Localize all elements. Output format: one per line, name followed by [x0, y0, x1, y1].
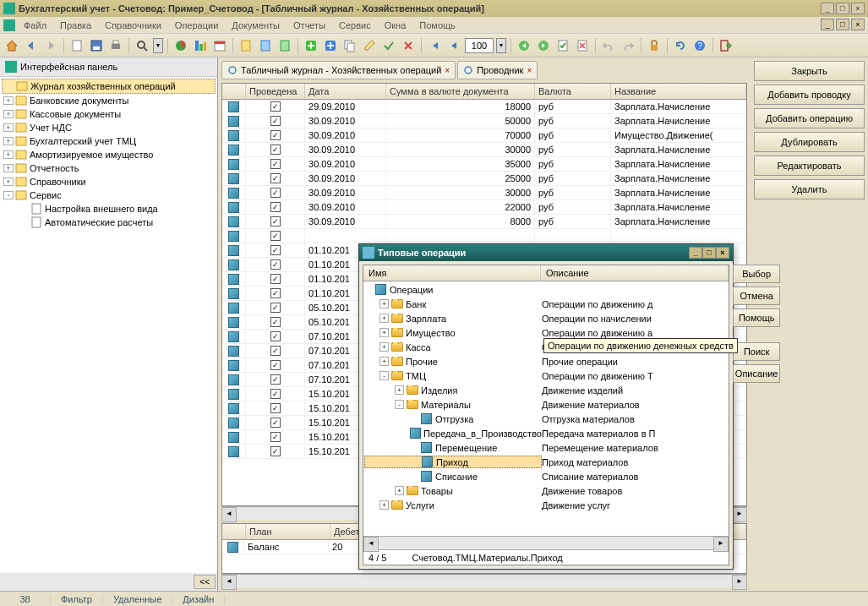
checkbox[interactable]: ✓ [270, 231, 281, 241]
doc-green-icon[interactable] [276, 37, 293, 54]
chart-icon[interactable] [172, 37, 189, 54]
dialog-tree-row[interactable]: -МатериалыДвижение материалов [364, 397, 728, 412]
page-input[interactable] [465, 38, 494, 53]
checkbox[interactable]: ✓ [270, 374, 281, 385]
table-row[interactable]: ✓29.09.201018000рубЗарплата.Начисление [222, 100, 746, 114]
checkbox[interactable]: ✓ [270, 188, 281, 198]
document-tab[interactable]: Проводник× [457, 61, 538, 79]
dialog-minimize-button[interactable]: _ [689, 247, 702, 259]
action-button[interactable]: Редактировать [754, 156, 865, 176]
action-button[interactable]: Удалить [754, 179, 865, 199]
checkbox[interactable]: ✓ [270, 331, 281, 341]
pivot-icon[interactable] [192, 37, 209, 54]
tree-expand-icon[interactable]: + [3, 110, 14, 118]
dialog-tree-row[interactable]: ПеремещениеПеремещение материалов [364, 440, 728, 455]
checkbox[interactable]: ✓ [270, 346, 281, 356]
checkbox[interactable]: ✓ [270, 145, 281, 155]
checkbox[interactable]: ✓ [270, 446, 281, 456]
search-icon[interactable] [134, 37, 150, 54]
doc-blue-icon[interactable] [257, 37, 274, 54]
column-header[interactable]: Дата [305, 84, 386, 99]
checkbox[interactable]: ✓ [270, 418, 281, 428]
new-icon[interactable] [68, 37, 85, 54]
action-button[interactable]: Закрыть [754, 61, 865, 81]
dialog-tree-row[interactable]: Передача_в_ПроизводствоПередача материал… [364, 426, 728, 440]
menu-сервис[interactable]: Сервис [332, 19, 378, 32]
dialog-tree-row[interactable]: +ПрочиеПрочие операции [364, 354, 728, 369]
checkbox[interactable]: ✓ [270, 403, 281, 413]
dialog-tree-row[interactable]: ПриходПриход материалов [364, 455, 728, 469]
tree-expand-icon[interactable]: + [3, 96, 14, 105]
tree-item[interactable]: +Амортизируемое имущество [2, 148, 216, 161]
tree-expand-icon[interactable]: + [3, 164, 14, 172]
column-header[interactable]: Валюта [535, 84, 611, 99]
menu-операции[interactable]: Операции [168, 19, 225, 32]
calendar-icon[interactable] [211, 37, 228, 54]
help-icon[interactable]: ? [691, 37, 708, 54]
mdi-maximize-button[interactable]: □ [836, 19, 849, 30]
menu-отчеты[interactable]: Отчеты [287, 19, 332, 32]
dialog-maximize-button[interactable]: □ [702, 247, 716, 259]
checkbox[interactable]: ✓ [270, 288, 281, 298]
maximize-button[interactable]: □ [836, 3, 849, 14]
table-row[interactable]: ✓30.09.201022000рубЗарплата.Начисление [222, 200, 746, 215]
tree-expand-icon[interactable]: + [3, 123, 14, 132]
expand-icon[interactable]: + [379, 500, 389, 510]
status-item[interactable]: Фильтр [51, 594, 103, 604]
expand-icon[interactable]: - [395, 400, 404, 409]
tree-item[interactable]: Настройка внешнего вида [17, 202, 216, 216]
first-icon[interactable] [426, 37, 443, 54]
forward-icon[interactable] [42, 37, 59, 54]
dialog-tree-row[interactable]: СписаниеСписание материалов [364, 469, 728, 483]
dialog-button[interactable]: Отмена [733, 287, 781, 305]
checkbox[interactable]: ✓ [270, 303, 281, 313]
menu-помощь[interactable]: Помощь [412, 19, 462, 32]
menu-правка[interactable]: Правка [53, 19, 98, 32]
tree-item[interactable]: Журнал хозяйственных операций [2, 79, 216, 94]
dialog-tree-row[interactable]: Операции [364, 282, 728, 297]
dialog-button[interactable]: Поиск [733, 342, 781, 361]
tree-item[interactable]: +Учет НДС [2, 121, 216, 134]
expand-icon[interactable]: + [379, 328, 389, 337]
tab-close-icon[interactable]: × [445, 66, 450, 75]
table-row[interactable]: ✓30.09.201070000рубИмущество.Движение( [222, 128, 746, 143]
tree-item[interactable]: +Банковские документы [2, 94, 216, 107]
minimize-button[interactable]: _ [821, 3, 834, 14]
action-button[interactable]: Добавить проводку [754, 85, 865, 105]
add-blue-icon[interactable] [322, 37, 339, 54]
nav-back-icon[interactable] [516, 37, 532, 54]
column-header[interactable]: Сумма в валюте документа [386, 84, 535, 99]
checkbox[interactable]: ✓ [270, 159, 281, 169]
table-row[interactable]: ✓30.09.201030000рубЗарплата.Начисление [222, 186, 746, 200]
exit-icon[interactable] [718, 37, 734, 54]
tree-item[interactable]: +Кассовые документы [2, 107, 216, 121]
redo-icon[interactable] [620, 37, 636, 54]
dialog-tree-row[interactable]: +ИзделияДвижение изделий [364, 383, 728, 397]
dialog-scrollbar[interactable] [363, 536, 729, 549]
checkbox[interactable]: ✓ [270, 245, 281, 255]
tree-item[interactable]: +Отчетность [2, 161, 216, 175]
checkbox[interactable]: ✓ [270, 216, 281, 227]
expand-icon[interactable]: + [379, 342, 389, 352]
checkbox[interactable]: ✓ [270, 130, 281, 140]
dialog-close-button[interactable]: × [716, 247, 729, 259]
dialog-button[interactable]: Помощь [733, 308, 781, 327]
dialog-tree-row[interactable]: +БанкОперации по движению д [364, 297, 728, 311]
menu-документы[interactable]: Документы [225, 19, 287, 32]
expand-icon[interactable]: + [379, 299, 389, 308]
close-button[interactable]: × [851, 3, 865, 14]
tree-expand-icon[interactable]: + [3, 137, 14, 145]
checkbox[interactable]: ✓ [270, 274, 281, 284]
dialog-tree-row[interactable]: +УслугиДвижение услуг [364, 498, 728, 512]
tree-item[interactable]: +Справочники [2, 175, 216, 188]
table-row[interactable]: ✓ [222, 229, 746, 243]
copy-icon[interactable] [341, 37, 358, 54]
dialog-tree-row[interactable]: ОтгрузкаОтгрузка материалов [364, 412, 728, 426]
expand-icon[interactable]: + [395, 385, 404, 395]
checkbox[interactable]: ✓ [270, 173, 281, 183]
tree-item[interactable]: Автоматические расчеты [17, 216, 216, 229]
dialog-tree-row[interactable]: +ЗарплатаОперации по начислении [364, 311, 728, 325]
nav-fwd-icon[interactable] [535, 37, 552, 54]
menu-окна[interactable]: Окна [378, 19, 413, 32]
prev-icon[interactable] [445, 37, 462, 54]
